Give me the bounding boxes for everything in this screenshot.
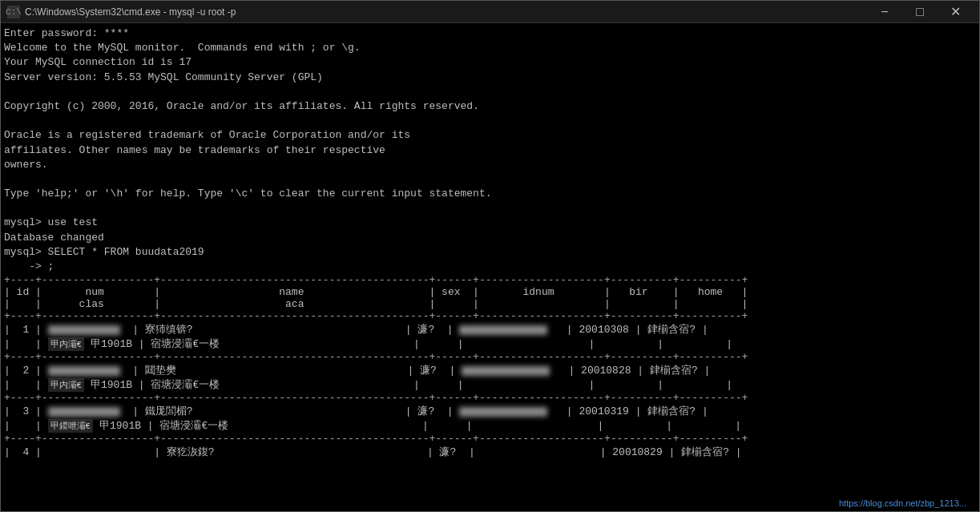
table-row: | 1 | | 寮犻缜锛? | 濂? | | 20010308 | 銉椾含宿? … — [4, 322, 976, 337]
table-header-row2: | | clas | aca | | | | | — [4, 298, 976, 310]
terminal-line-oracle1: Oracle is a registered trademark of Orac… — [4, 128, 976, 143]
table-row: | 3 | | 鐵厐閭楣? | 濂? | | 20010319 | 銉椾含宿? … — [4, 404, 976, 418]
table-divider-mid: +----+------------------+---------------… — [4, 310, 976, 322]
table-row-sub1: | | 甲内灞€ 甲1901B | 宿塘浸灞€一楼 | | | | | — [4, 337, 976, 351]
table-divider-top: +----+------------------+---------------… — [4, 274, 976, 286]
terminal-line-version: Server version: 5.5.53 MySQL Community S… — [4, 71, 976, 85]
table-row: | 4 | | 寮犵洃鍑? | 濂? | | 20010829 | 銉椾含宿? … — [4, 445, 976, 459]
table-row-sub3: | | 甲鍐呭灞€ 甲1901B | 宿塘浸灞€一楼 | | | | | — [4, 418, 976, 433]
terminal-line-blank4 — [4, 201, 976, 216]
cmd-window: C:\ C:\Windows\System32\cmd.exe - mysql … — [0, 0, 980, 512]
terminal-line-connid: Your MySQL connection id is 17 — [4, 55, 976, 70]
terminal-line-oracle2: affiliates. Other names may be trademark… — [4, 143, 976, 158]
terminal-line-help: Type 'help;' or '\h' for help. Type '\c'… — [4, 187, 976, 201]
terminal-line-password: Enter password: **** — [4, 26, 976, 41]
terminal-line-arrow: -> ; — [4, 260, 976, 274]
titlebar-left: C:\ C:\Windows\System32\cmd.exe - mysql … — [7, 6, 236, 18]
watermark: https://blog.csdn.net/zbp_1213... — [839, 498, 966, 508]
table-row: | 2 | | 閮垫樊 | 濂? | | 20010828 | 銉椾含宿? | — [4, 363, 976, 377]
table-divider-r1: +----+------------------+---------------… — [4, 351, 976, 363]
terminal-body[interactable]: Enter password: **** Welcome to the MySQ… — [1, 23, 979, 511]
terminal-line-dbchanged: Database changed — [4, 231, 976, 245]
cmd-icon: C:\ — [7, 6, 20, 18]
window-controls[interactable]: − □ ✕ — [867, 1, 973, 23]
table-divider-r3: +----+------------------+---------------… — [4, 433, 976, 445]
table-divider-r2: +----+------------------+---------------… — [4, 392, 976, 404]
minimize-button[interactable]: − — [867, 1, 902, 23]
terminal-line-blank1 — [4, 85, 976, 99]
terminal-line-copyright: Copyright (c) 2000, 2016, Oracle and/or … — [4, 99, 976, 114]
terminal-line-usetest: mysql> use test — [4, 216, 976, 230]
table-row-sub2: | | 甲内灞€ 甲1901B | 宿塘浸灞€一楼 | | | | | — [4, 377, 976, 392]
table-section: +----+------------------+---------------… — [4, 274, 976, 459]
close-button[interactable]: ✕ — [938, 1, 973, 23]
terminal-line-select: mysql> SELECT * FROM buudata2019 — [4, 245, 976, 260]
terminal-line-blank3 — [4, 172, 976, 187]
table-header-row1: | id | num | name | sex | idnum | bir | … — [4, 286, 976, 298]
maximize-button[interactable]: □ — [902, 1, 938, 23]
window-title: C:\Windows\System32\cmd.exe - mysql -u r… — [25, 6, 236, 18]
titlebar: C:\ C:\Windows\System32\cmd.exe - mysql … — [1, 1, 979, 23]
terminal-line-blank2 — [4, 114, 976, 128]
terminal-line-oracle3: owners. — [4, 158, 976, 172]
terminal-line-welcome: Welcome to the MySQL monitor. Commands e… — [4, 41, 976, 55]
